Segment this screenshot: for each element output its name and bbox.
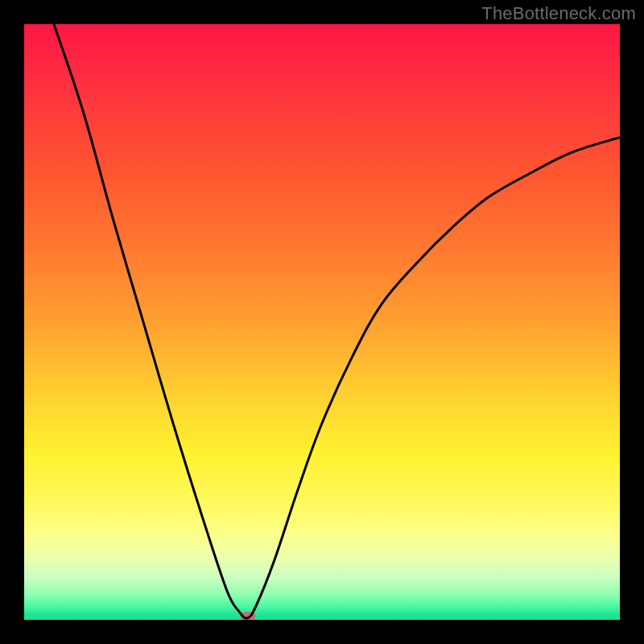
- plot-area: [24, 24, 620, 620]
- watermark-text: TheBottleneck.com: [481, 3, 636, 24]
- bottleneck-curve-path: [54, 24, 620, 618]
- chart-frame: TheBottleneck.com: [0, 0, 644, 644]
- curve-svg: [24, 24, 620, 620]
